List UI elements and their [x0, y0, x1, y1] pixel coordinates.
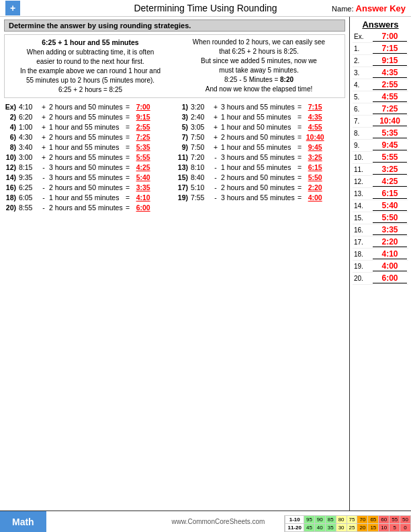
problem-op: + — [212, 123, 219, 131]
problem-number: 17) — [176, 183, 191, 191]
problem-answer: 4:55 — [303, 123, 327, 131]
problem-time: 6:20 — [19, 113, 40, 121]
answer-row: 18. 4:10 — [353, 249, 408, 261]
answer-row: 6. 7:25 — [353, 103, 408, 116]
problem-op: + — [212, 113, 219, 121]
answer-value: 4:00 — [373, 261, 407, 271]
instruction-box: 6:25 + 1 hour and 55 minutes When adding… — [4, 34, 345, 98]
problem-eq: = — [296, 113, 303, 121]
instr-right-line3: But since we added 5 minutes, now we — [177, 56, 340, 66]
instr-left-line2: When adding or subtracting time, it is o… — [9, 48, 172, 57]
answer-row: 1. 7:15 — [353, 43, 408, 55]
problem-time: 5:10 — [191, 183, 212, 191]
problem-time: 7:20 — [191, 153, 212, 161]
problem-eq: = — [296, 123, 303, 131]
problem-desc: 1 hour and 55 minutes — [219, 143, 296, 151]
problem-answer: 4:10 — [131, 193, 155, 202]
direction-bar: Determine the answer by using rounding s… — [4, 19, 345, 32]
problem-number: 5) — [176, 123, 191, 131]
problem-row: 16) 6:25 - 2 hours and 50 minutes = 3:35 — [4, 183, 173, 192]
answer-value: 4:25 — [373, 177, 407, 187]
answer-row: 9. 9:45 — [353, 140, 408, 152]
answer-row: 7. 10:40 — [353, 116, 408, 128]
problem-time: 8:10 — [191, 163, 212, 171]
problem-desc: 2 hours and 50 minutes — [219, 183, 296, 191]
problem-time: 8:40 — [191, 173, 212, 181]
problem-answer: 3:35 — [131, 183, 155, 191]
answer-row: 8. 5:35 — [353, 128, 408, 140]
problem-row: 10) 3:00 + 2 hours and 55 minutes = 5:55 — [4, 152, 173, 162]
problem-number: 6) — [4, 133, 19, 141]
problem-desc: 1 hour and 55 minutes — [47, 193, 124, 202]
answer-key-label: Answer Key — [356, 3, 406, 13]
problem-answer: 10:40 — [303, 133, 327, 141]
problem-eq: = — [296, 193, 303, 202]
answer-value: 9:45 — [373, 140, 407, 150]
problem-eq: = — [296, 173, 303, 181]
problem-desc: 2 hours and 55 minutes — [47, 113, 124, 121]
problem-time: 6:05 — [19, 193, 40, 202]
problem-op: + — [40, 123, 47, 131]
problems-grid: Ex) 4:10 + 2 hours and 50 minutes = 7:00… — [4, 102, 345, 212]
instr-left-line5: 55 minutes up to 2 hours (5 minutes more… — [9, 76, 172, 85]
problem-row: 15) 8:40 - 2 hours and 50 minutes = 5:50 — [176, 173, 345, 182]
problem-number: 12) — [4, 163, 19, 171]
problem-number: Ex) — [4, 103, 19, 111]
problem-number: 18) — [4, 193, 19, 202]
answer-value: 4:10 — [373, 249, 407, 259]
problem-answer: 9:15 — [131, 113, 155, 121]
instruction-right: When rounded to 2 hours, we can easily s… — [177, 38, 340, 95]
problem-eq: = — [124, 163, 131, 171]
problem-desc: 2 hours and 55 minutes — [47, 133, 124, 141]
answer-label: 13. — [354, 190, 373, 197]
answer-row: 4. 2:55 — [353, 79, 408, 91]
answer-label: 10. — [354, 154, 373, 161]
problem-answer: 5:35 — [131, 143, 155, 151]
problem-desc: 2 hours and 50 minutes — [47, 103, 124, 111]
logo-icon: + — [5, 1, 20, 15]
problem-answer: 2:55 — [131, 123, 155, 131]
problem-op: - — [212, 163, 219, 171]
instr-right-line5: 8:25 - 5 Minutes = 8:20 — [177, 75, 340, 85]
instr-right-line1: When rounded to 2 hours, we can easily s… — [177, 38, 340, 47]
answer-value: 6:15 — [373, 189, 407, 199]
problem-answer: 4:35 — [303, 113, 327, 121]
problem-number: 4) — [4, 123, 19, 131]
problem-time: 7:50 — [191, 143, 212, 151]
answer-label: 4. — [354, 81, 373, 89]
problem-op: - — [212, 193, 219, 202]
problem-time: 7:50 — [191, 133, 212, 141]
score-table: 1-10 959085 807570 65605550 11-20 454035… — [284, 515, 411, 532]
problem-desc: 3 hours and 55 minutes — [47, 173, 124, 181]
problem-number: 20) — [4, 204, 19, 212]
answer-label: 8. — [354, 130, 373, 137]
answer-label: 7. — [354, 118, 373, 125]
problem-op: + — [212, 103, 219, 111]
problem-desc: 1 hour and 55 minutes — [219, 113, 296, 121]
answer-row: 10. 5:55 — [353, 152, 408, 164]
problem-row: 11) 7:20 - 3 hours and 55 minutes = 3:25 — [176, 152, 345, 162]
answer-label: 12. — [354, 178, 373, 185]
instr-right-line6: And now we know the elapsed time! — [177, 85, 340, 94]
problem-row: 17) 5:10 - 2 hours and 50 minutes = 2:20 — [176, 183, 345, 192]
instr-left-line1: 6:25 + 1 hour and 55 minutes — [9, 38, 172, 48]
problem-number: 7) — [176, 133, 191, 141]
problem-row: 19) 7:55 - 3 hours and 55 minutes = 4:00 — [176, 193, 345, 202]
answers-title: Answers — [353, 19, 408, 30]
problem-desc: 3 hours and 55 minutes — [219, 193, 296, 202]
problem-number: 1) — [176, 103, 191, 111]
problem-time: 3:40 — [19, 143, 40, 151]
problem-number: 3) — [176, 113, 191, 121]
problem-op: + — [40, 143, 47, 151]
answer-value: 5:35 — [373, 128, 407, 138]
problem-number: 8) — [4, 143, 19, 151]
problem-eq: = — [124, 103, 131, 111]
answer-label: 17. — [354, 238, 373, 246]
problem-row: 12) 8:15 - 3 hours and 50 minutes = 4:25 — [4, 163, 173, 172]
answer-row: 11. 3:25 — [353, 164, 408, 176]
problem-eq: = — [124, 173, 131, 181]
problem-number: 16) — [4, 183, 19, 191]
problem-op: - — [40, 173, 47, 181]
answer-row: 17. 2:20 — [353, 236, 408, 249]
answer-label: 14. — [354, 202, 373, 210]
